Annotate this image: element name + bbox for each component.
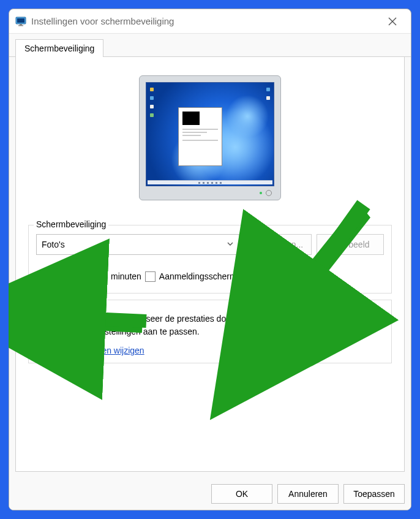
close-icon — [388, 17, 397, 26]
svg-rect-3 — [18, 25, 23, 26]
monitor-preview — [28, 69, 392, 219]
cancel-button[interactable]: Annuleren — [277, 484, 339, 504]
spin-down-button[interactable]: ▼ — [97, 276, 107, 285]
taskbar-preview — [148, 180, 272, 184]
spin-up-button[interactable]: ▲ — [97, 268, 107, 276]
inner-dialog-preview — [178, 107, 222, 166]
wait-minutes-input[interactable] — [66, 267, 97, 286]
screensaver-select[interactable]: Foto's — [36, 234, 239, 255]
tabstrip: Schermbeveiliging — [9, 34, 411, 57]
screensaver-settings-window: Instellingen voor schermbeveiliging Sche… — [9, 9, 411, 510]
energy-description: Bespaar energie of maximaliseer de prest… — [37, 313, 383, 338]
chevron-down-icon — [227, 240, 234, 249]
settings-button[interactable]: Instellingen... — [244, 234, 312, 255]
svg-rect-1 — [17, 18, 24, 23]
dialog-button-row: OK Annuleren Toepassen — [211, 484, 405, 504]
preview-button[interactable]: Voorbeeld — [317, 234, 384, 255]
monitor-base — [146, 186, 274, 197]
resume-login-checkbox[interactable] — [145, 271, 156, 282]
resume-login-label: Aanmeldingsscherm weergeven bij hervatte… — [159, 271, 384, 282]
tab-body: Schermbeveiliging Foto's Instellingen...… — [15, 57, 405, 472]
apply-button[interactable]: Toepassen — [343, 484, 405, 504]
monitor-screen — [146, 82, 274, 186]
ok-button[interactable]: OK — [211, 484, 272, 504]
screensaver-group-label: Schermbeveiliging — [34, 219, 108, 229]
energy-group-label: Energiebeheer — [34, 294, 95, 304]
wait-minutes-spinner[interactable]: ▲ ▼ — [66, 267, 107, 286]
titlebar: Instellingen voor schermbeveiliging — [9, 9, 411, 34]
energy-group: Energiebeheer Bespaar energie of maximal… — [28, 300, 392, 363]
close-button[interactable] — [380, 9, 405, 34]
monitor-frame — [139, 75, 281, 200]
wait-unit-label: minuten — [111, 271, 141, 281]
energy-settings-link[interactable]: Energie-instellingen wijzigen — [36, 346, 384, 355]
client-area: Schermbeveiliging — [9, 34, 411, 510]
screensaver-selected-value: Foto's — [42, 240, 65, 249]
tab-schermbeveiliging[interactable]: Schermbeveiliging — [15, 39, 103, 57]
window-title: Instellingen voor schermbeveiliging — [31, 16, 380, 26]
screensaver-group: Schermbeveiliging Foto's Instellingen...… — [28, 225, 392, 294]
wait-label: Wacht: — [36, 271, 62, 281]
svg-rect-2 — [20, 24, 22, 25]
screensaver-app-icon — [15, 16, 26, 27]
